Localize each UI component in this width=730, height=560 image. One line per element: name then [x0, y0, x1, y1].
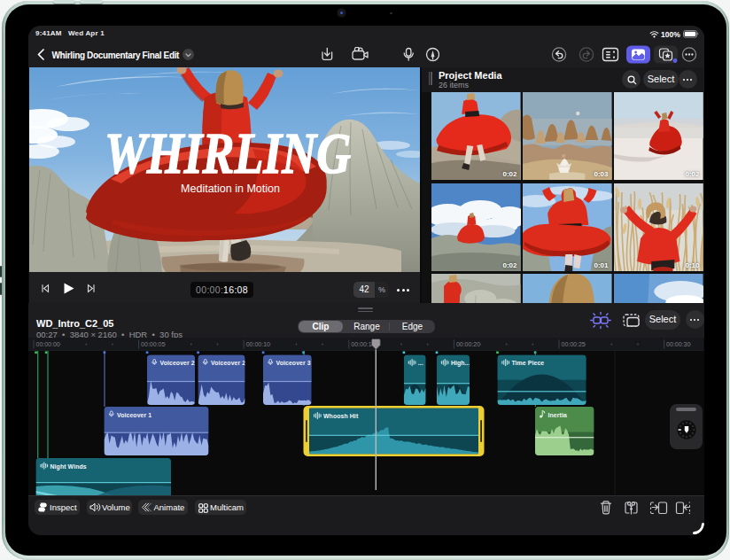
svg-text:Whoosh Hit: Whoosh Hit: [323, 413, 359, 419]
svg-text:Inertia: Inertia: [548, 412, 567, 418]
svg-text:00:00:10: 00:00:10: [246, 341, 270, 347]
svg-text:00:00:05: 00:00:05: [141, 341, 165, 347]
svg-text:High...: High...: [451, 360, 470, 367]
svg-text:00:00:30: 00:00:30: [666, 341, 690, 347]
svg-text:Voiceover 2: Voiceover 2: [160, 360, 195, 366]
svg-text:Time Piece: Time Piece: [511, 360, 544, 366]
svg-text:WHIRLING: WHIRLING: [105, 121, 351, 185]
svg-text:00:00:00: 00:00:00: [36, 341, 60, 347]
svg-text:...: ...: [418, 360, 423, 366]
svg-text:Voiceover 1: Voiceover 1: [117, 412, 151, 418]
svg-text:Meditation in Motion: Meditation in Motion: [181, 183, 280, 195]
svg-text:Voiceover 2: Voiceover 2: [211, 360, 245, 366]
svg-text:100%: 100%: [661, 30, 680, 39]
svg-text:00:00:20: 00:00:20: [456, 341, 480, 347]
svg-text:Night Winds: Night Winds: [50, 463, 87, 471]
svg-text:00:00:25: 00:00:25: [562, 341, 586, 347]
svg-text:Voiceover 3: Voiceover 3: [276, 360, 311, 366]
